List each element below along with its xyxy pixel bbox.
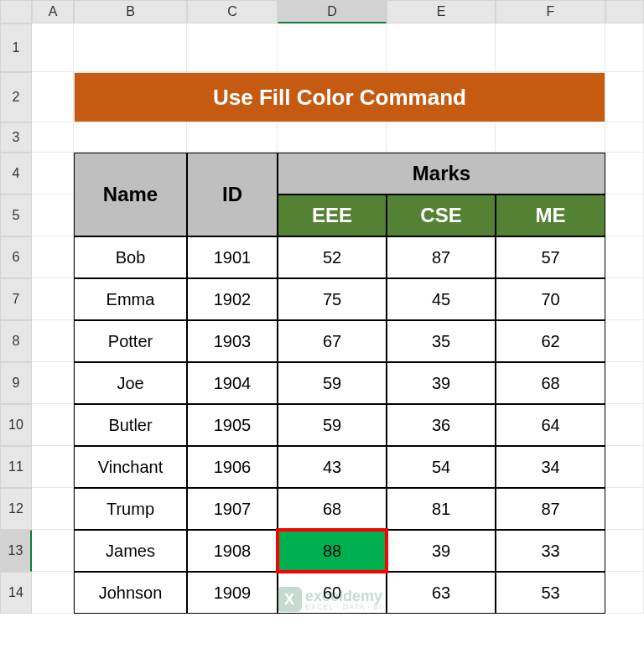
cell-blank[interactable] [32,72,74,122]
cell-blank[interactable] [496,23,605,72]
cell-id[interactable]: 1901 [187,236,278,278]
cell-blank[interactable] [605,320,644,362]
cell-mark[interactable]: 67 [278,320,387,362]
row-header-7[interactable]: 7 [0,278,32,320]
cell-name[interactable]: Emma [74,278,187,320]
cell-blank[interactable] [387,122,496,153]
cell-blank[interactable] [32,488,74,530]
row-header-11[interactable]: 11 [0,446,32,488]
cell-mark[interactable]: 54 [387,446,496,488]
cell-blank[interactable] [32,530,74,572]
row-header-6[interactable]: 6 [0,236,32,278]
cell-mark[interactable]: 68 [278,488,387,530]
cell-mark[interactable]: 59 [278,362,387,404]
cell-id[interactable]: 1902 [187,278,278,320]
column-header-extra[interactable] [605,0,644,23]
row-header-4[interactable]: 4 [0,153,32,194]
cell-blank[interactable] [605,23,644,72]
cell-mark[interactable]: 87 [387,236,496,278]
cell-blank[interactable] [605,446,644,488]
cell-blank[interactable] [605,122,644,153]
row-header-13[interactable]: 13 [0,530,32,572]
column-header-F[interactable]: F [496,0,605,23]
cell-blank[interactable] [32,23,74,72]
cell-blank[interactable] [74,122,187,153]
cell-name[interactable]: Butler [74,404,187,446]
active-cell[interactable]: 88 [278,530,387,572]
cell-name[interactable]: Trump [74,488,187,530]
cell-mark[interactable]: 39 [387,362,496,404]
cell-mark[interactable]: 64 [496,404,605,446]
cell-blank[interactable] [605,362,644,404]
cell-name[interactable]: Joe [74,362,187,404]
cell-blank[interactable] [278,23,387,72]
cell-blank[interactable] [32,320,74,362]
cell-mark[interactable]: 53 [496,572,605,614]
cell-blank[interactable] [32,572,74,614]
cell-mark[interactable]: 35 [387,320,496,362]
cell-blank[interactable] [32,153,74,194]
cell-mark[interactable]: 43 [278,446,387,488]
cell-mark[interactable]: 81 [387,488,496,530]
column-header-E[interactable]: E [387,0,496,23]
column-header-C[interactable]: C [187,0,278,23]
cell-blank[interactable] [187,122,278,153]
cell-mark[interactable]: 68 [496,362,605,404]
row-header-3[interactable]: 3 [0,122,32,153]
cell-mark[interactable]: 52 [278,236,387,278]
column-header-A[interactable]: A [32,0,74,23]
row-header-8[interactable]: 8 [0,320,32,362]
cell-mark[interactable]: 36 [387,404,496,446]
cell-blank[interactable] [605,194,644,236]
cell-blank[interactable] [32,278,74,320]
cell-blank[interactable] [605,72,644,122]
cell-mark[interactable]: 63 [387,572,496,614]
cell-mark[interactable]: 34 [496,446,605,488]
cell-id[interactable]: 1908 [187,530,278,572]
row-header-1[interactable]: 1 [0,23,32,72]
cell-id[interactable]: 1906 [187,446,278,488]
cell-blank[interactable] [32,236,74,278]
cell-blank[interactable] [187,23,278,72]
cell-mark[interactable]: 45 [387,278,496,320]
cell-blank[interactable] [605,153,644,194]
cell-name[interactable]: James [74,530,187,572]
column-header-B[interactable]: B [74,0,187,23]
row-header-2[interactable]: 2 [0,72,32,122]
cell-mark[interactable]: 59 [278,404,387,446]
cell-blank[interactable] [605,278,644,320]
cell-mark[interactable]: 87 [496,488,605,530]
cell-blank[interactable] [32,122,74,153]
cell-mark[interactable]: 60 [278,572,387,614]
cell-name[interactable]: Vinchant [74,446,187,488]
cell-name[interactable]: Bob [74,236,187,278]
cell-blank[interactable] [32,362,74,404]
cell-mark[interactable]: 70 [496,278,605,320]
row-header-10[interactable]: 10 [0,404,32,446]
row-header-14[interactable]: 14 [0,572,32,614]
cell-id[interactable]: 1905 [187,404,278,446]
row-header-5[interactable]: 5 [0,194,32,236]
cell-blank[interactable] [387,23,496,72]
cell-blank[interactable] [496,122,605,153]
cell-blank[interactable] [32,194,74,236]
cell-mark[interactable]: 39 [387,530,496,572]
cell-id[interactable]: 1903 [187,320,278,362]
cell-blank[interactable] [32,446,74,488]
cell-name[interactable]: Johnson [74,572,187,614]
cell-id[interactable]: 1904 [187,362,278,404]
row-header-12[interactable]: 12 [0,488,32,530]
cell-blank[interactable] [605,572,644,614]
cell-mark[interactable]: 75 [278,278,387,320]
select-all-corner[interactable] [0,0,32,23]
cell-blank[interactable] [605,530,644,572]
row-header-9[interactable]: 9 [0,362,32,404]
cell-mark[interactable]: 62 [496,320,605,362]
cell-name[interactable]: Potter [74,320,187,362]
cell-id[interactable]: 1907 [187,488,278,530]
cell-blank[interactable] [32,404,74,446]
cell-mark[interactable]: 57 [496,236,605,278]
cell-blank[interactable] [605,236,644,278]
cell-mark[interactable]: 33 [496,530,605,572]
cell-blank[interactable] [74,23,187,72]
